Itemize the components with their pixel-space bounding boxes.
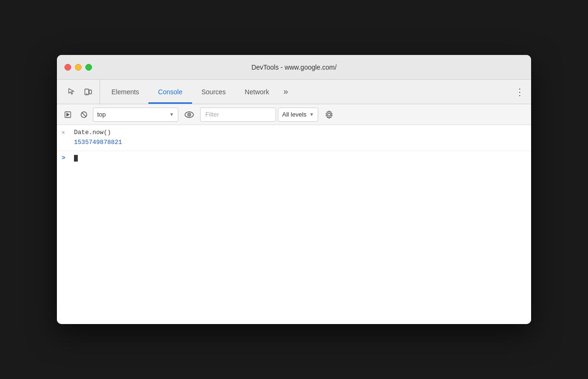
svg-marker-4 — [66, 113, 70, 117]
console-cursor — [74, 155, 78, 162]
more-tabs-button[interactable]: » — [278, 87, 293, 97]
devtools-window: DevTools - www.google.com/ Elements — [57, 55, 531, 324]
console-result: 1535749878821 — [74, 138, 526, 148]
tab-network[interactable]: Network — [235, 80, 278, 104]
tab-elements[interactable]: Elements — [102, 80, 148, 104]
inspect-icon — [68, 88, 76, 96]
svg-point-10 — [328, 113, 331, 116]
eye-button[interactable] — [182, 108, 196, 122]
svg-rect-1 — [89, 90, 92, 94]
minimize-button[interactable] — [75, 64, 82, 71]
window-title: DevTools - www.google.com/ — [251, 63, 337, 71]
devtools-menu-button[interactable]: ⋮ — [512, 84, 527, 99]
clear-button[interactable] — [77, 108, 91, 122]
tab-sources[interactable]: Sources — [192, 80, 235, 104]
traffic-lights — [64, 64, 92, 71]
prompt-arrow-icon: > — [62, 154, 65, 162]
close-button[interactable] — [64, 64, 71, 71]
block-icon — [80, 111, 88, 118]
eye-icon — [184, 111, 194, 118]
tab-bar: Elements Console Sources Network » ⋮ — [57, 80, 531, 104]
context-arrow: ▼ — [169, 112, 174, 117]
device-mode-icon — [84, 88, 92, 96]
context-selector[interactable]: top ▼ — [93, 108, 178, 122]
device-mode-button[interactable] — [82, 85, 95, 99]
levels-selector[interactable]: All levels ▼ — [278, 108, 318, 122]
devtools-icons — [61, 80, 100, 104]
console-toolbar: top ▼ All levels ▼ — [57, 104, 531, 125]
entry-error-icon: × — [62, 129, 65, 138]
svg-line-6 — [82, 112, 86, 117]
console-content: × Date.now() 1535749878821 > — [57, 125, 531, 324]
title-bar: DevTools - www.google.com/ — [57, 55, 531, 80]
console-command: Date.now() — [74, 128, 526, 138]
maximize-button[interactable] — [85, 64, 92, 71]
tab-console[interactable]: Console — [148, 80, 192, 104]
console-prompt[interactable]: > — [57, 151, 531, 165]
settings-icon — [325, 110, 333, 119]
pause-button[interactable] — [61, 108, 75, 122]
console-entry: × Date.now() 1535749878821 — [57, 125, 531, 151]
inspect-icon-button[interactable] — [65, 85, 79, 99]
levels-arrow: ▼ — [309, 112, 314, 117]
filter-input[interactable] — [200, 108, 276, 122]
svg-point-9 — [189, 114, 190, 115]
settings-button[interactable] — [322, 108, 336, 122]
play-pause-icon — [64, 111, 72, 118]
